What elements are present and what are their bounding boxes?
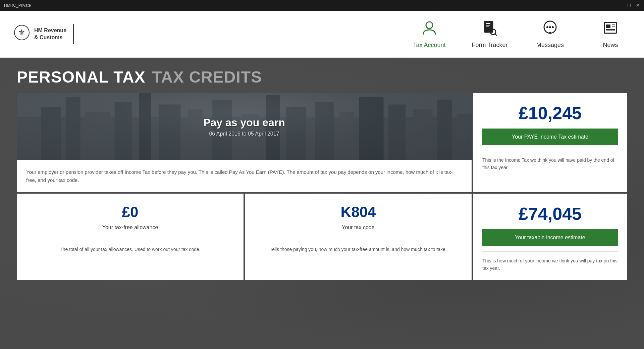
title-bar: HMRC_Private — □ ✕ <box>0 0 644 11</box>
svg-rect-35 <box>388 104 406 160</box>
income-estimate-desc: This is the Income Tax we think you will… <box>482 156 618 171</box>
svg-point-11 <box>549 26 551 28</box>
svg-rect-17 <box>606 29 615 30</box>
news-icon <box>602 20 619 39</box>
svg-rect-4 <box>486 23 490 24</box>
divider-3 <box>254 240 462 240</box>
svg-rect-27 <box>188 109 203 160</box>
svg-rect-21 <box>41 107 61 160</box>
taxcode-subtitle: Your tax code <box>342 225 374 231</box>
window-controls: — □ ✕ <box>618 3 640 8</box>
paye-title: Pay as you earn <box>203 116 285 129</box>
nav-form-tracker[interactable]: Form Tracker <box>470 20 510 49</box>
svg-rect-37 <box>437 100 452 160</box>
paye-date: 06 April 2016 to 05 April 2017 <box>209 131 279 137</box>
news-label: News <box>603 42 618 49</box>
nav-messages[interactable]: Messages <box>530 20 570 49</box>
maximize-button[interactable]: □ <box>628 3 631 8</box>
income-estimate-button[interactable]: Your PAYE Income Tax estimate <box>482 129 618 145</box>
message-icon <box>542 20 558 39</box>
tax-account-label: Tax Account <box>413 42 445 49</box>
taxable-desc: This is how much of your income we think… <box>482 257 618 272</box>
svg-rect-14 <box>606 24 610 28</box>
close-button[interactable]: ✕ <box>636 3 640 8</box>
header: ⚜ HM Revenue & Customs Tax Account <box>0 11 644 58</box>
page-title-credits: TAX CREDITS <box>152 68 262 86</box>
app-title: HMRC_Private <box>4 3 31 8</box>
svg-rect-16 <box>612 26 615 27</box>
content-grid: Pay as you earn 06 April 2016 to 05 Apri… <box>17 93 627 280</box>
taxable-amount: £74,045 <box>519 204 582 224</box>
svg-rect-5 <box>486 25 490 26</box>
taxable-income-button[interactable]: Your taxable income estimate <box>482 229 618 246</box>
page-title-section: PERSONAL TAX TAX CREDITS <box>0 58 644 93</box>
messages-label: Messages <box>536 42 564 49</box>
divider-1 <box>482 151 618 151</box>
svg-rect-23 <box>85 112 110 160</box>
svg-rect-38 <box>457 114 472 160</box>
person-icon <box>421 20 437 39</box>
svg-rect-31 <box>286 107 306 160</box>
paye-card: Pay as you earn 06 April 2016 to 05 Apri… <box>17 93 472 192</box>
taxcode-amount: K804 <box>340 204 376 220</box>
taxable-card: £74,045 Your taxable income estimate Thi… <box>473 194 627 280</box>
income-estimate-card: £10,245 Your PAYE Income Tax estimate Th… <box>473 93 627 192</box>
allowance-amount: £0 <box>122 204 139 220</box>
paye-description: Your employer or pension provider takes … <box>17 160 472 192</box>
svg-rect-18 <box>606 31 615 31</box>
bottom-row: £0 Your tax-free allowance The total of … <box>17 194 627 280</box>
hero-section: PERSONAL TAX TAX CREDITS <box>0 58 644 349</box>
svg-rect-33 <box>339 112 354 160</box>
svg-point-2 <box>426 22 433 29</box>
svg-rect-34 <box>359 97 384 160</box>
svg-rect-26 <box>159 104 181 160</box>
minimize-button[interactable]: — <box>618 3 623 8</box>
svg-rect-36 <box>413 109 432 160</box>
allowance-desc: The total of all your tax allowances. Us… <box>26 246 234 253</box>
paye-image: Pay as you earn 06 April 2016 to 05 Apri… <box>17 93 472 160</box>
svg-text:⚜: ⚜ <box>18 28 25 37</box>
allowance-subtitle: Your tax-free allowance <box>102 225 158 231</box>
nav-news[interactable]: News <box>590 20 631 49</box>
logo-text: HM Revenue & Customs <box>34 27 66 41</box>
form-tracker-label: Form Tracker <box>472 42 507 49</box>
main-nav: Tax Account Form Tracker <box>409 20 631 49</box>
svg-rect-32 <box>315 102 333 160</box>
logo-section: ⚜ HM Revenue & Customs <box>13 24 74 44</box>
svg-rect-24 <box>115 102 132 160</box>
page-title-personal: PERSONAL TAX <box>17 68 146 86</box>
divider-4 <box>482 251 618 252</box>
svg-line-8 <box>495 34 497 36</box>
svg-rect-15 <box>612 24 615 25</box>
taxcode-card: K804 Your tax code Tells those paying yo… <box>245 194 472 280</box>
svg-rect-28 <box>212 100 232 160</box>
crown-icon: ⚜ <box>13 24 30 44</box>
taxcode-desc: Tells those paying you, how much your ta… <box>254 246 462 253</box>
svg-rect-22 <box>66 97 80 160</box>
svg-point-12 <box>552 26 554 28</box>
svg-rect-6 <box>486 27 489 27</box>
svg-point-10 <box>546 26 548 28</box>
document-search-icon <box>482 20 498 39</box>
income-estimate-amount: £10,245 <box>519 103 582 123</box>
nav-tax-account[interactable]: Tax Account <box>409 20 449 49</box>
allowance-card: £0 Your tax-free allowance The total of … <box>17 194 244 280</box>
svg-rect-25 <box>139 93 151 160</box>
divider-2 <box>26 240 234 240</box>
